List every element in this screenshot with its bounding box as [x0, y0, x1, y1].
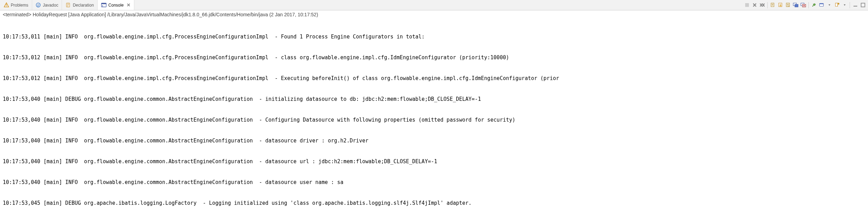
terminate-button[interactable] [744, 2, 750, 8]
console-toolbar [744, 0, 866, 10]
tab-label: Javadoc [43, 3, 58, 8]
svg-text:@: @ [37, 3, 40, 7]
launch-status-line: <terminated> HolidayRequest [Java Applic… [0, 10, 868, 19]
log-line: 10:17:53,011 [main] INFO org.flowable.en… [3, 33, 865, 40]
svg-rect-13 [795, 5, 798, 7]
declaration-icon [65, 2, 71, 8]
log-line: 10:17:53,012 [main] INFO org.flowable.en… [3, 75, 865, 82]
log-line: 10:17:53,012 [main] INFO org.flowable.en… [3, 54, 865, 61]
open-console-button[interactable] [834, 2, 840, 8]
tab-problems[interactable]: Problems [0, 0, 32, 10]
log-line: 10:17:53,045 [main] DEBUG org.apache.iba… [3, 200, 865, 207]
tab-console[interactable]: Console ✕ [98, 0, 134, 10]
tab-declaration[interactable]: Declaration [62, 0, 98, 10]
clear-console-button[interactable] [770, 2, 776, 8]
remove-all-launches-button[interactable] [759, 2, 765, 8]
open-console-dropdown[interactable] [841, 2, 848, 8]
log-line: 10:17:53,040 [main] INFO org.flowable.en… [3, 116, 865, 123]
close-icon[interactable]: ✕ [127, 3, 130, 7]
view-tabs: Problems @ Javadoc Declaration Console ✕ [0, 0, 134, 10]
tab-label: Problems [11, 3, 28, 8]
svg-rect-17 [819, 3, 823, 4]
svg-rect-0 [6, 4, 6, 6]
toolbar-separator [808, 2, 809, 8]
tab-label: Declaration [73, 3, 94, 8]
view-tab-bar: Problems @ Javadoc Declaration Console ✕ [0, 0, 868, 10]
log-line: 10:17:53,040 [main] INFO org.flowable.en… [3, 179, 865, 186]
svg-rect-1 [6, 6, 6, 6]
maximize-view-button[interactable] [860, 2, 866, 8]
javadoc-icon: @ [36, 2, 41, 8]
console-output[interactable]: 10:17:53,011 [main] INFO org.flowable.en… [0, 19, 868, 219]
remove-launch-button[interactable] [751, 2, 758, 8]
svg-rect-20 [861, 3, 865, 7]
svg-rect-10 [779, 5, 781, 7]
toolbar-separator [850, 2, 850, 8]
toolbar-separator [767, 2, 768, 8]
console-icon [101, 2, 107, 8]
svg-rect-19 [853, 6, 857, 7]
word-wrap-button[interactable] [785, 2, 791, 8]
log-line: 10:17:53,040 [main] INFO org.flowable.en… [3, 137, 865, 144]
problems-icon [3, 2, 9, 8]
show-on-error-button[interactable] [800, 2, 806, 8]
tab-label: Console [108, 3, 124, 8]
svg-rect-7 [745, 3, 749, 7]
log-line: 10:17:53,040 [main] INFO org.flowable.en… [3, 158, 865, 165]
pin-console-button[interactable] [811, 2, 817, 8]
svg-rect-6 [101, 3, 106, 4]
tab-javadoc[interactable]: @ Javadoc [32, 0, 62, 10]
show-on-output-button[interactable] [793, 2, 799, 8]
scroll-lock-button[interactable] [777, 2, 784, 8]
display-console-dropdown[interactable] [826, 2, 832, 8]
log-line: 10:17:53,040 [main] DEBUG org.flowable.e… [3, 96, 865, 103]
minimize-view-button[interactable] [852, 2, 858, 8]
display-console-button[interactable] [819, 2, 825, 8]
